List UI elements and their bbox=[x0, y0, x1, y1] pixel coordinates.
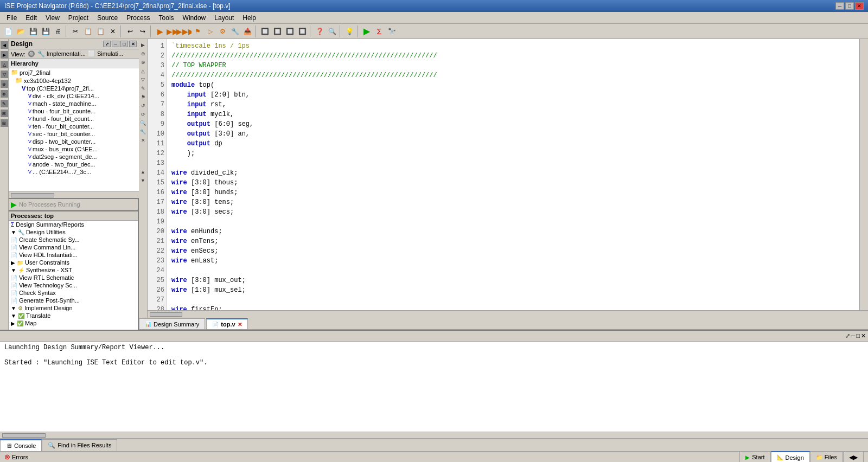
proc-design-summary[interactable]: Σ Design Summary/Reports bbox=[9, 221, 138, 228]
sidebar-icon-2[interactable]: ▶ bbox=[1, 51, 8, 59]
hier-mux[interactable]: V mux - bus_mux (C:\EE... bbox=[9, 145, 139, 153]
hier-dat2seg[interactable]: V dat2seg - segment_de... bbox=[9, 153, 139, 161]
console-scrollbar[interactable] bbox=[0, 432, 868, 438]
tb-impl[interactable]: 🔧 bbox=[229, 25, 241, 37]
panel-max[interactable]: □ bbox=[120, 41, 128, 47]
close-button[interactable]: ✕ bbox=[855, 2, 864, 10]
tb-print[interactable]: 🖨 bbox=[52, 25, 64, 37]
sidebar-icon-4[interactable]: ▽ bbox=[1, 70, 8, 78]
tb-copy[interactable]: 📋 bbox=[82, 25, 94, 37]
tb-prog[interactable]: 📥 bbox=[241, 25, 253, 37]
tb-schematic[interactable]: 🔲 bbox=[259, 25, 271, 37]
mid-tb-5[interactable]: ▽ bbox=[139, 76, 147, 84]
proc-translate[interactable]: ▼ ✅ Translate bbox=[9, 312, 138, 319]
tb-run-green[interactable]: ▶ bbox=[361, 25, 373, 37]
tb-new[interactable]: 📄 bbox=[2, 25, 14, 37]
menu-tools[interactable]: Tools bbox=[155, 13, 178, 23]
panel-min[interactable]: ─ bbox=[112, 41, 119, 47]
proc-create-sch[interactable]: 📄 Create Schematic Sy... bbox=[9, 236, 138, 243]
menu-edit[interactable]: Edit bbox=[21, 13, 41, 23]
hier-divi[interactable]: V divi - clk_div (C:\EE214... bbox=[9, 92, 139, 100]
console-max[interactable]: □ bbox=[856, 332, 860, 339]
console-min[interactable]: ─ bbox=[851, 332, 856, 339]
hier-ten[interactable]: V ten - four_bit_counter... bbox=[9, 123, 139, 130]
tb-synth[interactable]: ⚙ bbox=[216, 25, 228, 37]
sidebar-icon-6[interactable]: ⊗ bbox=[1, 90, 8, 98]
proc-view-tech[interactable]: 📄 View Technology Sc... bbox=[9, 281, 138, 289]
tb-scope[interactable]: 🔭 bbox=[386, 25, 398, 37]
proc-view-hdl[interactable]: 📄 View HDL Instantiati... bbox=[9, 251, 138, 259]
mid-tb-6[interactable]: ✎ bbox=[139, 85, 147, 92]
hier-sec[interactable]: V sec - four_bit_counter... bbox=[9, 130, 139, 138]
mid-tb-2[interactable]: ⊕ bbox=[139, 50, 147, 57]
nav-tab-files[interactable]: 📁 Files bbox=[810, 451, 843, 463]
mid-tb-8[interactable]: ↺ bbox=[139, 102, 147, 110]
hier-hund[interactable]: V hund - four_bit_count... bbox=[9, 115, 139, 123]
tab-design-summary[interactable]: 📊 Design Summary bbox=[139, 318, 205, 329]
nav-tab-arrows[interactable]: ◀▶ bbox=[843, 451, 864, 463]
hier-thou[interactable]: V thou - four_bit_counte... bbox=[9, 107, 139, 115]
mid-tb-7[interactable]: ⚑ bbox=[139, 93, 147, 101]
tb-save[interactable]: 💾 bbox=[27, 25, 39, 37]
mid-tb-1[interactable]: ▶ bbox=[139, 41, 147, 49]
console-float[interactable]: ⤢ bbox=[845, 332, 850, 339]
minimize-button[interactable]: ─ bbox=[835, 2, 844, 10]
proc-implement[interactable]: ▼ ⚙ Implement Design bbox=[9, 304, 138, 312]
hier-top[interactable]: V top (C:\EE214\proj7_2fi... bbox=[9, 85, 139, 92]
hier-anode[interactable]: V anode - two_four_dec... bbox=[9, 161, 139, 168]
tb-run3[interactable]: ▶▶▶ bbox=[179, 25, 191, 37]
proc-check-syntax[interactable]: 📄 Check Syntax bbox=[9, 289, 138, 297]
sidebar-icon-5[interactable]: ⊕ bbox=[1, 80, 8, 88]
tb-light[interactable]: 💡 bbox=[343, 25, 355, 37]
proc-synthesize[interactable]: ▼ ⚡ Synthesize - XST bbox=[9, 266, 138, 274]
hier-extra[interactable]: V ... (C:\EE214\...7_3c... bbox=[9, 168, 139, 176]
menu-view[interactable]: View bbox=[41, 13, 64, 23]
tab-topv-close[interactable]: ✕ bbox=[238, 322, 242, 328]
panel-float[interactable]: ⤢ bbox=[103, 41, 111, 47]
tb-run[interactable]: ▶ bbox=[154, 25, 166, 37]
sidebar-icon-9[interactable]: ⊟ bbox=[1, 119, 8, 127]
tb-schematic3[interactable]: 🔲 bbox=[284, 25, 296, 37]
menu-layout[interactable]: Layout bbox=[210, 13, 238, 23]
proc-view-cmd[interactable]: 📄 View Command Lin... bbox=[9, 243, 138, 251]
sim-radio[interactable]: ⬜ Simulati... bbox=[88, 50, 123, 57]
mid-tb-9[interactable]: ⟳ bbox=[139, 111, 147, 118]
menu-process[interactable]: Process bbox=[122, 13, 154, 23]
right-scrollbar[interactable] bbox=[859, 39, 868, 310]
menu-source[interactable]: Source bbox=[93, 13, 122, 23]
tb-redo[interactable]: ↪ bbox=[137, 25, 149, 37]
mid-tb-3[interactable]: ⊗ bbox=[139, 59, 147, 66]
mid-tb-12[interactable]: ✕ bbox=[139, 137, 147, 144]
tb-check[interactable]: ⚑ bbox=[192, 25, 203, 37]
tb-undo[interactable]: ↩ bbox=[124, 25, 136, 37]
impl-radio[interactable]: 🔧 Implementati... bbox=[37, 50, 86, 57]
console-tab-findinfiles[interactable]: 🔍 Find in Files Results bbox=[42, 439, 117, 451]
nav-tab-start[interactable]: ▶ Start bbox=[739, 451, 770, 463]
sidebar-icon-7[interactable]: ✎ bbox=[1, 100, 8, 107]
tb-sigma[interactable]: Σ bbox=[373, 25, 385, 37]
tb-delete[interactable]: ✕ bbox=[107, 25, 119, 37]
editor-bottom-scrollbar[interactable] bbox=[148, 310, 868, 318]
hierarchy-section[interactable]: 📁 proj7_2final 📁 xc3s100e-4cp132 V top (… bbox=[9, 68, 139, 191]
proc-map[interactable]: ▶ ✅ Map bbox=[9, 319, 138, 327]
hier-mach[interactable]: V mach - state_machine... bbox=[9, 100, 139, 107]
code-content[interactable]: `timescale 1ns / 1ps ///////////////////… bbox=[167, 39, 859, 310]
tab-top-v[interactable]: 📄 top.v ✕ bbox=[206, 318, 247, 329]
mid-tb-10[interactable]: 🔍 bbox=[139, 119, 147, 127]
sidebar-icon-1[interactable]: ◀ bbox=[1, 41, 8, 49]
proc-design-utils[interactable]: ▼ 🔧 Design Utilities bbox=[9, 228, 138, 236]
proc-gen-postsynth[interactable]: 📄 Generate Post-Synth... bbox=[9, 297, 138, 304]
console-close[interactable]: ✕ bbox=[861, 332, 866, 339]
tb-save-all[interactable]: 💾 bbox=[40, 25, 52, 37]
tb-open[interactable]: 📂 bbox=[15, 25, 27, 37]
tb-schematic2[interactable]: 🔲 bbox=[271, 25, 283, 37]
tb-cut[interactable]: ✂ bbox=[69, 25, 81, 37]
menu-help[interactable]: Help bbox=[238, 13, 260, 23]
maximize-button[interactable]: □ bbox=[845, 2, 854, 10]
hier-scrollbar[interactable] bbox=[9, 191, 139, 198]
sidebar-icon-8[interactable]: ⊞ bbox=[1, 110, 8, 117]
menu-window[interactable]: Window bbox=[178, 13, 210, 23]
sidebar-icon-3[interactable]: △ bbox=[1, 61, 8, 68]
tb-paste[interactable]: 📋 bbox=[94, 25, 106, 37]
mid-tb-11[interactable]: 🔧 bbox=[139, 128, 147, 136]
